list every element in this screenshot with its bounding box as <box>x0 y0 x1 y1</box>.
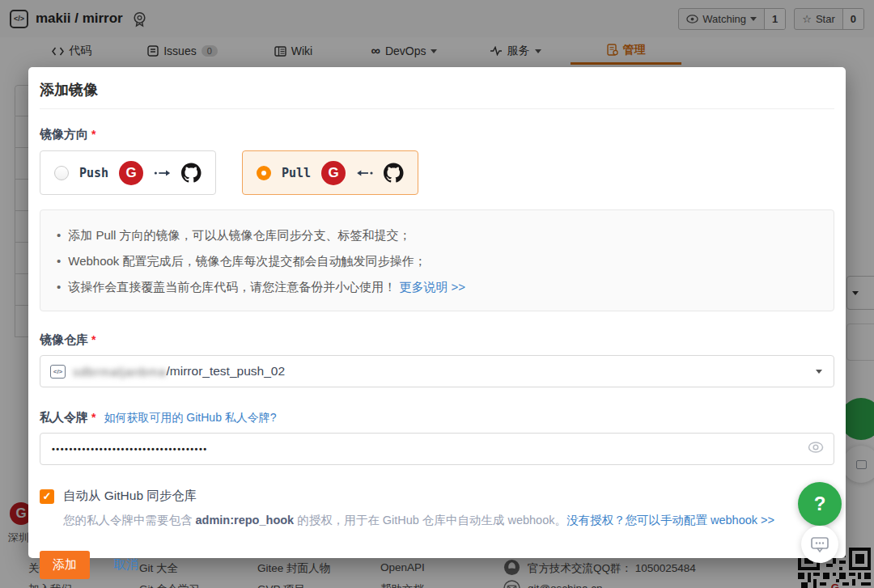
gitee-icon: G <box>119 161 143 185</box>
divider <box>40 108 834 109</box>
pull-label: Pull <box>282 166 311 180</box>
required-asterisk: * <box>91 411 95 424</box>
arrow-left-icon <box>356 168 373 178</box>
add-mirror-dialog: 添加镜像 镜像方向* Push G Pull G •添加 Pull 方向的镜像 <box>28 67 846 558</box>
mirror-repo-select[interactable]: </> sdbrmaljanbma /mirror_test_push_02 <box>40 355 834 387</box>
auto-sync-row: ✓ 自动从 GitHub 同步仓库 <box>40 488 834 505</box>
token-help-link[interactable]: 如何获取可用的 GitHub 私人令牌? <box>104 411 276 425</box>
required-asterisk: * <box>91 128 95 141</box>
direction-option-pull[interactable]: Pull G <box>242 150 418 195</box>
question-mark-icon: ? <box>814 493 826 515</box>
mirror-direction-label: 镜像方向* <box>40 127 834 142</box>
dialog-title: 添加镜像 <box>28 67 846 108</box>
chat-bubble-icon <box>810 536 829 553</box>
repo-owner-redacted: sdbrmaljanbma <box>73 365 167 379</box>
info-bullet-1: •添加 Pull 方向的镜像，可以从镜像仓库同步分支、标签和提交； <box>57 222 817 248</box>
feedback-floating-button[interactable] <box>801 526 838 563</box>
pull-info-box: •添加 Pull 方向的镜像，可以从镜像仓库同步分支、标签和提交； •Webho… <box>40 209 834 311</box>
token-label-row: 私人令牌* 如何获取可用的 GitHub 私人令牌? <box>40 410 834 425</box>
chevron-down-icon <box>816 370 822 374</box>
pull-radio[interactable] <box>257 166 271 180</box>
show-password-icon[interactable] <box>808 442 824 453</box>
push-radio[interactable] <box>54 166 69 180</box>
push-label: Push <box>79 166 108 180</box>
more-info-link[interactable]: 更多说明 >> <box>399 280 465 294</box>
add-button[interactable]: 添加 <box>40 551 90 579</box>
github-icon <box>181 160 202 185</box>
token-masked-value: •••••••••••••••••••••••••••••••••••• <box>52 444 208 454</box>
repo-code-icon: </> <box>50 365 66 379</box>
help-floating-button[interactable]: ? <box>798 482 842 526</box>
repo-path: /mirror_test_push_02 <box>167 364 285 379</box>
info-bullet-3: •该操作会直接覆盖当前仓库代码，请您注意备份并小心使用！ 更多说明 >> <box>57 274 817 300</box>
info-bullet-2: •Webhook 配置完成后，镜像仓库每次提交都会自动触发同步操作； <box>57 248 817 274</box>
arrow-right-icon <box>154 168 171 178</box>
direction-option-push[interactable]: Push G <box>40 150 216 195</box>
auto-sync-description: 您的私人令牌中需要包含 admin:repo_hook 的授权，用于在 GitH… <box>63 513 834 528</box>
cancel-button[interactable]: 取消 <box>113 556 138 573</box>
auto-sync-label: 自动从 GitHub 同步仓库 <box>63 488 197 505</box>
required-asterisk: * <box>91 333 95 346</box>
gitee-icon: G <box>321 161 346 185</box>
github-icon <box>384 160 404 185</box>
manual-webhook-link[interactable]: 没有授权？您可以手动配置 webhook >> <box>566 514 774 527</box>
mirror-repo-label: 镜像仓库* <box>40 332 834 348</box>
auto-sync-checkbox[interactable]: ✓ <box>40 489 54 504</box>
token-input[interactable]: •••••••••••••••••••••••••••••••••••• <box>40 433 834 465</box>
